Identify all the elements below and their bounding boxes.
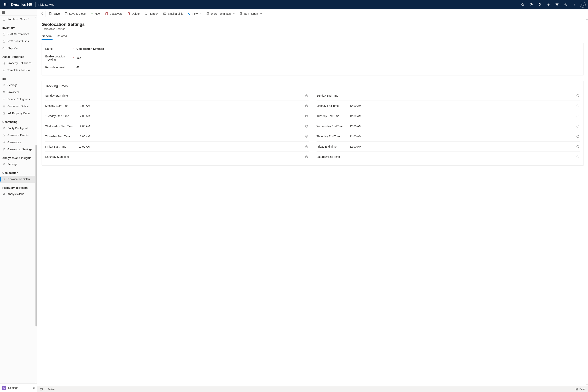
clock-icon[interactable] xyxy=(304,144,309,149)
time-value[interactable]: 12:00 AM xyxy=(349,145,576,148)
run-report-button[interactable]: Run Report xyxy=(237,10,264,17)
clock-icon[interactable] xyxy=(304,155,309,159)
clock-icon[interactable] xyxy=(304,114,309,118)
time-row-start: Monday Start Time12:00 AM xyxy=(45,101,309,111)
main-scrollbar[interactable]: ▲ ▼ xyxy=(586,18,588,386)
clock-icon[interactable] xyxy=(576,124,580,128)
help-icon[interactable] xyxy=(570,0,578,10)
time-value[interactable]: --- xyxy=(78,94,304,97)
sidebar-item[interactable]: Templates For Pro… xyxy=(0,67,35,74)
time-value[interactable]: 12:00 AM xyxy=(78,104,304,108)
svg-rect-75 xyxy=(576,388,577,389)
sidebar-item[interactable]: RTV Substatuses xyxy=(0,38,35,45)
time-value[interactable]: 12:00 AM xyxy=(349,125,576,128)
clock-icon[interactable] xyxy=(576,104,580,108)
sidebar-area-switcher[interactable]: S Settings xyxy=(0,384,37,392)
time-value[interactable]: 12:00 AM xyxy=(349,104,576,108)
new-button[interactable]: New xyxy=(88,10,103,17)
app-launcher-icon[interactable] xyxy=(1,0,10,10)
time-value[interactable]: --- xyxy=(349,94,576,97)
clock-icon[interactable] xyxy=(304,104,309,108)
email-link-button[interactable]: Email a Link xyxy=(161,10,185,17)
user-avatar[interactable]: FL xyxy=(580,2,586,8)
deactivate-button[interactable]: Deactivate xyxy=(103,10,125,17)
sidebar-item[interactable]: Providers xyxy=(0,88,35,96)
time-value[interactable]: 12:00 AM xyxy=(349,135,576,138)
time-value[interactable]: --- xyxy=(349,155,576,158)
svg-rect-44 xyxy=(4,194,4,195)
sidebar-item[interactable]: Geolocation Settin… xyxy=(0,176,35,183)
save-button[interactable]: Save xyxy=(47,10,62,17)
sidebar-scrollbar[interactable]: ▲ ▼ xyxy=(35,16,37,384)
name-value[interactable]: Geolocation Settings xyxy=(76,47,580,50)
sidebar-toggle-icon[interactable] xyxy=(0,10,37,16)
sidebar-item[interactable]: RMA Substatuses xyxy=(0,30,35,38)
search-icon[interactable] xyxy=(518,0,527,10)
time-value[interactable]: 12:00 AM xyxy=(78,135,304,138)
scroll-up-icon[interactable]: ▲ xyxy=(586,18,588,20)
sidebar-item[interactable]: IoT Property Defin… xyxy=(0,110,35,117)
sidebar-item[interactable]: Ship Via xyxy=(0,45,35,52)
sidebar-item[interactable]: Command Definiti… xyxy=(0,103,35,110)
sidebar-item[interactable]: Property Definitions xyxy=(0,60,35,67)
clock-icon[interactable] xyxy=(576,155,580,159)
clock-icon[interactable] xyxy=(304,124,309,128)
back-button[interactable] xyxy=(39,10,46,17)
clock-icon[interactable] xyxy=(304,94,309,98)
clock-icon[interactable] xyxy=(576,144,580,149)
save-close-button[interactable]: Save & Close xyxy=(62,10,88,17)
popout-button[interactable] xyxy=(40,388,43,391)
add-icon[interactable] xyxy=(544,0,553,10)
brand-name[interactable]: Dynamics 365 xyxy=(10,3,33,6)
scroll-down-icon[interactable]: ▼ xyxy=(586,384,588,386)
sidebar-group-title: Geolocation xyxy=(0,168,35,176)
sidebar-item[interactable]: Settings xyxy=(0,82,35,88)
delete-button[interactable]: Delete xyxy=(125,10,142,17)
lightbulb-icon[interactable] xyxy=(536,0,544,10)
statusbar-save-button[interactable]: Save xyxy=(576,388,585,391)
scroll-up-icon[interactable]: ▲ xyxy=(35,16,37,18)
clock-icon[interactable] xyxy=(304,134,309,138)
module-name[interactable]: Field Service xyxy=(38,3,54,6)
svg-rect-46 xyxy=(50,12,51,13)
word-templates-button[interactable]: Word Templates xyxy=(204,10,237,17)
sidebar-item[interactable]: Device Categories xyxy=(0,96,35,103)
sidebar-item[interactable]: Entity Configurati… xyxy=(0,125,35,132)
scroll-thumb[interactable] xyxy=(36,145,37,326)
sidebar-item[interactable]: Analysis Jobs xyxy=(0,190,35,198)
refresh-button[interactable]: Refresh xyxy=(142,10,161,17)
time-value[interactable]: 12:00 AM xyxy=(78,114,304,118)
svg-rect-76 xyxy=(576,390,578,390)
time-value[interactable]: 12:00 AM xyxy=(349,114,576,118)
task-icon[interactable] xyxy=(527,0,536,10)
clock-icon[interactable] xyxy=(576,134,580,138)
sidebar-item[interactable]: Settings xyxy=(0,161,35,168)
sidebar-item-label: Settings xyxy=(8,163,18,166)
sidebar-item-label: Providers xyxy=(8,90,19,94)
time-value[interactable]: 12:00 AM xyxy=(78,145,304,148)
sidebar-group-title: Asset Properties xyxy=(0,52,35,60)
time-value[interactable]: 12:00 AM xyxy=(78,125,304,128)
clock-icon[interactable] xyxy=(576,114,580,118)
page-title: Geolocation Settings xyxy=(42,22,584,27)
refresh-value[interactable]: 60 xyxy=(76,66,580,69)
enable-value[interactable]: Yes xyxy=(76,56,580,60)
tab-general[interactable]: General xyxy=(42,33,52,40)
clock-icon[interactable] xyxy=(576,94,580,98)
sidebar-item[interactable]: Geofence Events xyxy=(0,132,35,139)
sidebar-item-label: Analysis Jobs xyxy=(8,192,24,196)
svg-point-40 xyxy=(4,149,4,150)
svg-rect-55 xyxy=(207,12,209,15)
flow-button[interactable]: Flow xyxy=(185,10,204,17)
sidebar-item-purchase-order[interactable]: Purchase Order Su… xyxy=(0,16,35,23)
tab-related[interactable]: Related xyxy=(57,33,67,40)
record-status: Active xyxy=(48,388,54,391)
time-row-start: Saturday Start Time--- xyxy=(45,152,309,162)
sidebar-item[interactable]: Geofencing Settings xyxy=(0,146,35,153)
scroll-down-icon[interactable]: ▼ xyxy=(35,381,37,384)
filter-icon[interactable] xyxy=(553,0,561,10)
sidebar-item[interactable]: Geofences xyxy=(0,139,35,146)
time-value[interactable]: --- xyxy=(78,155,304,158)
time-row-end: Friday End Time12:00 AM xyxy=(316,142,580,152)
gear-icon[interactable] xyxy=(561,0,570,10)
